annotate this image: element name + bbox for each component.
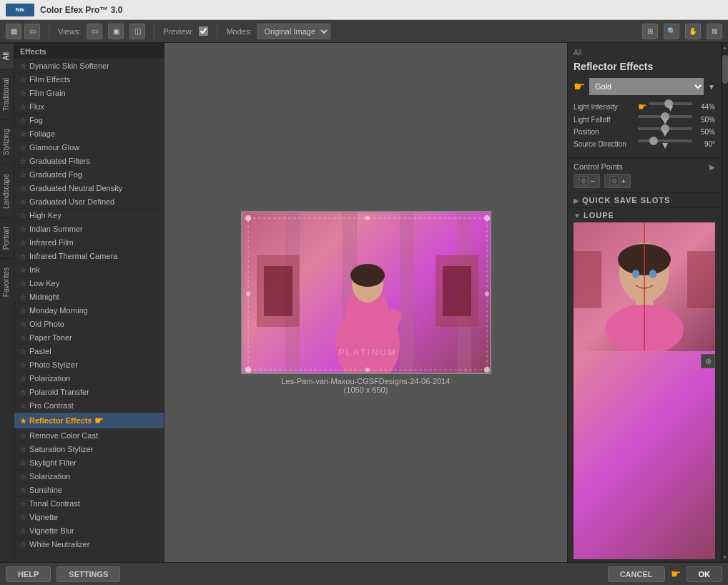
ok-button[interactable]: OK <box>687 566 723 582</box>
filter-midnight[interactable]: ☆ Midnight <box>14 290 164 304</box>
filter-infrared-film[interactable]: ☆ Infrared Film <box>14 236 164 250</box>
filter-graduated-fog[interactable]: ☆ Graduated Fog <box>14 168 164 182</box>
filter-fog[interactable]: ☆ Fog <box>14 114 164 127</box>
filter-pastel[interactable]: ☆ Pastel <box>14 345 164 358</box>
star-tonal-contrast[interactable]: ☆ <box>20 500 26 508</box>
position-slider[interactable] <box>638 127 692 130</box>
filter-vignette-blur[interactable]: ☆ Vignette Blur <box>14 524 164 538</box>
filter-saturation-stylizer[interactable]: ☆ Saturation Stylizer <box>14 443 164 456</box>
qss-expand-icon[interactable]: ▶ <box>574 197 579 205</box>
star-reflector-effects[interactable]: ★ <box>20 417 26 425</box>
modes-dropdown[interactable]: Original Image <box>257 24 330 39</box>
cp-remove-btn[interactable]: − <box>574 174 600 188</box>
filter-polarization[interactable]: ☆ Polarization <box>14 372 164 385</box>
filter-monday-morning[interactable]: ☆ Monday Morning <box>14 304 164 318</box>
star-glamour-glow[interactable]: ☆ <box>20 144 26 152</box>
filter-ink[interactable]: ☆ Ink <box>14 263 164 277</box>
zoom-out-btn[interactable]: ⊠ <box>707 24 722 39</box>
scroll-up-arrow[interactable]: ▲ <box>721 43 728 52</box>
scroll-down-arrow[interactable]: ▼ <box>721 553 728 562</box>
filter-low-key[interactable]: ☆ Low Key <box>14 277 164 290</box>
help-button[interactable]: HELP <box>6 566 51 582</box>
star-skylight-filter[interactable]: ☆ <box>20 459 26 467</box>
star-low-key[interactable]: ☆ <box>20 280 26 287</box>
star-foliage[interactable]: ☆ <box>20 130 26 138</box>
star-solarization[interactable]: ☆ <box>20 473 26 481</box>
star-film-grain[interactable]: ☆ <box>20 89 26 97</box>
pan-btn[interactable]: ✋ <box>685 24 701 39</box>
star-high-key[interactable]: ☆ <box>20 212 26 220</box>
filter-high-key[interactable]: ☆ High Key <box>14 209 164 222</box>
star-graduated-fog[interactable]: ☆ <box>20 171 26 179</box>
filter-graduated-user-defined[interactable]: ☆ Graduated User Defined <box>14 195 164 209</box>
star-monday-morning[interactable]: ☆ <box>20 307 26 315</box>
star-graduated-user-defined[interactable]: ☆ <box>20 198 26 206</box>
filter-film-grain[interactable]: ☆ Film Grain <box>14 87 164 100</box>
view-mode-2[interactable]: ▣ <box>108 24 124 39</box>
star-film-effects[interactable]: ☆ <box>20 76 26 84</box>
tab-stylizing[interactable]: Stylizing <box>0 119 14 164</box>
settings-button[interactable]: SETTINGS <box>56 566 120 582</box>
star-pro-contrast[interactable]: ☆ <box>20 402 26 410</box>
star-graduated-filters[interactable]: ☆ <box>20 157 26 165</box>
star-fog[interactable]: ☆ <box>20 117 26 124</box>
filter-photo-stylizer[interactable]: ☆ Photo Stylizer <box>14 358 164 372</box>
star-saturation-stylizer[interactable]: ☆ <box>20 446 26 453</box>
filter-glamour-glow[interactable]: ☆ Glamour Glow <box>14 141 164 154</box>
star-indian-summer[interactable]: ☆ <box>20 225 26 233</box>
filter-skylight-filter[interactable]: ☆ Skylight Filter <box>14 456 164 470</box>
filter-film-effects[interactable]: ☆ Film Effects <box>14 73 164 87</box>
tab-all[interactable]: All <box>0 43 14 69</box>
star-flux[interactable]: ☆ <box>20 103 26 111</box>
light-falloff-slider[interactable] <box>638 115 692 118</box>
qss-header[interactable]: ▶ QUICK SAVE SLOTS <box>574 196 715 205</box>
star-vignette-blur[interactable]: ☆ <box>20 527 26 535</box>
star-paper-toner[interactable]: ☆ <box>20 334 26 342</box>
tab-favorites[interactable]: Favorites <box>0 258 14 305</box>
filter-foliage[interactable]: ☆ Foliage <box>14 127 164 141</box>
filter-remove-color-cast[interactable]: ☆ Remove Color Cast <box>14 429 164 443</box>
filter-graduated-neutral-density[interactable]: ☆ Graduated Neutral Density <box>14 182 164 195</box>
zoom-fit-btn[interactable]: ⊞ <box>642 24 658 39</box>
star-white-neutralizer[interactable]: ☆ <box>20 541 26 549</box>
tab-traditional[interactable]: Traditional <box>0 69 14 119</box>
grid-view-btn[interactable]: ▦ <box>6 24 21 39</box>
star-ink[interactable]: ☆ <box>20 266 26 274</box>
star-midnight[interactable]: ☆ <box>20 293 26 301</box>
star-dynamic-skin-softener[interactable]: ☆ <box>20 62 26 70</box>
star-polaroid-transfer[interactable]: ☆ <box>20 388 26 396</box>
filter-flux[interactable]: ☆ Flux <box>14 100 164 114</box>
filter-infrared-thermal-camera[interactable]: ☆ Infrared Thermal Camera <box>14 250 164 263</box>
star-vignette[interactable]: ☆ <box>20 513 26 521</box>
cp-add-btn[interactable]: + <box>604 174 631 188</box>
single-view-btn[interactable]: ▭ <box>24 24 40 39</box>
loupe-expand-icon[interactable]: ▼ <box>574 212 581 220</box>
filter-solarization[interactable]: ☆ Solarization <box>14 470 164 483</box>
filter-graduated-filters[interactable]: ☆ Graduated Filters <box>14 154 164 168</box>
star-old-photo[interactable]: ☆ <box>20 320 26 328</box>
star-sunshine[interactable]: ☆ <box>20 486 26 494</box>
tab-landscape[interactable]: Landscape <box>0 164 14 217</box>
cancel-button[interactable]: CANCEL <box>608 566 665 582</box>
filter-paper-toner[interactable]: ☆ Paper Toner <box>14 331 164 345</box>
cp-expand-icon[interactable]: ▶ <box>709 163 715 171</box>
scroll-thumb[interactable] <box>722 55 728 84</box>
filter-old-photo[interactable]: ☆ Old Photo <box>14 318 164 331</box>
view-mode-1[interactable]: ▭ <box>87 24 102 39</box>
star-polarization[interactable]: ☆ <box>20 375 26 383</box>
star-pastel[interactable]: ☆ <box>20 348 26 355</box>
loupe-settings-btn[interactable]: ⚙ <box>701 354 715 368</box>
light-intensity-slider[interactable] <box>649 102 692 105</box>
source-direction-slider[interactable] <box>638 139 692 142</box>
filter-polaroid-transfer[interactable]: ☆ Polaroid Transfer <box>14 385 164 399</box>
filter-pro-contrast[interactable]: ☆ Pro Contrast <box>14 399 164 413</box>
star-photo-stylizer[interactable]: ☆ <box>20 361 26 369</box>
star-infrared-film[interactable]: ☆ <box>20 239 26 247</box>
zoom-in-btn[interactable]: 🔍 <box>664 24 679 39</box>
filter-vignette[interactable]: ☆ Vignette <box>14 511 164 524</box>
filter-dynamic-skin-softener[interactable]: ☆ Dynamic Skin Softener <box>14 59 164 73</box>
color-dropdown[interactable]: Gold Silver White Sun <box>589 78 704 95</box>
preview-checkbox[interactable] <box>199 26 208 36</box>
filter-reflector-effects[interactable]: ★ Reflector Effects ☛ <box>14 413 164 429</box>
filter-indian-summer[interactable]: ☆ Indian Summer <box>14 222 164 236</box>
